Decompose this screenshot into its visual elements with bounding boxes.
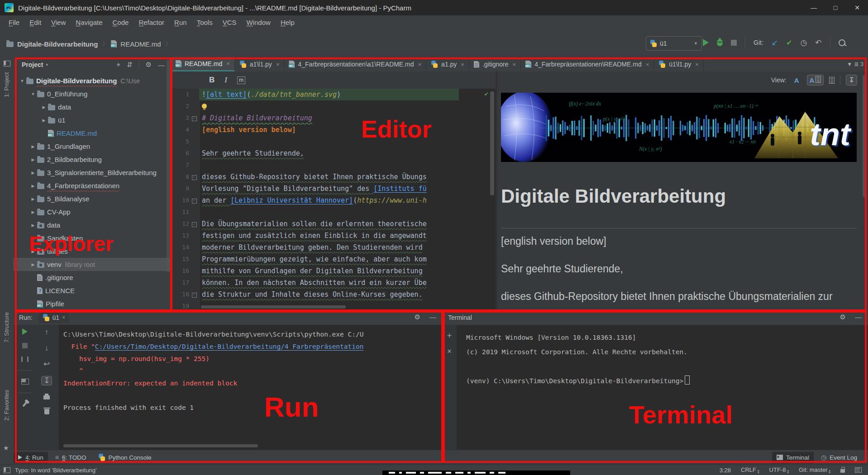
tree-collapsed-arrow[interactable]: ▶ (29, 184, 37, 188)
toolwindow-icon[interactable] (4, 61, 10, 66)
tree-item-utilities[interactable]: ▶utilities (14, 245, 171, 258)
editor-line-text[interactable] (199, 136, 202, 147)
breadcrumb-item[interactable]: Digitale-Bildverarbeitung (6, 40, 98, 48)
tree-item-5-bildanalyse[interactable]: ▶5_Bildanalyse (14, 192, 171, 205)
line-ending-selector[interactable]: CRLF▴▾ (741, 466, 759, 474)
tree-collapsed-arrow[interactable]: ▶ (29, 223, 37, 228)
close-icon[interactable]: × (646, 61, 649, 68)
hidden-tabs-indicator[interactable]: ▼≣3 (847, 57, 868, 71)
lock-icon[interactable] (840, 469, 845, 473)
run-console-output[interactable]: C:\Users\Timo\Desktop\Digitale-Bildverar… (59, 325, 443, 450)
menu-item-tools[interactable]: Tools (192, 19, 218, 26)
editor-line-text[interactable]: Sehr geehrte Studierende, (199, 147, 304, 159)
encoding-selector[interactable]: UTF-8▴▾ (769, 466, 789, 474)
close-icon[interactable]: × (461, 61, 464, 68)
intention-bulb-icon[interactable] (202, 104, 207, 109)
fold-collapse-icon[interactable]: − (192, 175, 197, 180)
tree-collapsed-arrow[interactable]: ▶ (29, 157, 37, 162)
stop-button[interactable] (731, 40, 737, 46)
tree-collapsed-arrow[interactable]: ▶ (29, 144, 37, 149)
collapse-all-button[interactable]: ⇵ (127, 61, 133, 69)
tree-item-0-einf-hrung[interactable]: ▼0_Einführung (14, 87, 171, 100)
menu-item-code[interactable]: Code (108, 19, 134, 26)
toolwindow-button-event-log[interactable]: ◷Event Log (816, 451, 862, 463)
tree-collapsed-arrow[interactable]: ▶ (29, 249, 37, 254)
editor-line-text[interactable]: # Digitale Bildverarbeitung (199, 112, 312, 124)
fold-marker[interactable]: − (189, 171, 199, 183)
editor-line-text[interactable]: dieses Github-Repository bietet Ihnen pr… (199, 171, 427, 183)
tree-collapsed-arrow[interactable]: ▶ (29, 262, 37, 267)
hide-panel-button[interactable]: — (429, 313, 436, 321)
view-editor-only-button[interactable]: A (792, 76, 801, 85)
menu-item-view[interactable]: View (46, 19, 71, 26)
fold-end-icon[interactable]: ˅ (192, 199, 197, 204)
inspections-ok-icon[interactable]: ✔ (485, 90, 488, 97)
toolwindow-button-4-run[interactable]: 4: Run (14, 452, 48, 463)
menu-item-help[interactable]: Help (276, 19, 300, 26)
editor-line-text[interactable]: Vorlesung "Digitale Bildverarbeitung" de… (199, 183, 427, 195)
tree-item-data[interactable]: ▶data (14, 100, 171, 114)
pause-output-button[interactable] (21, 356, 29, 362)
clear-all-button[interactable] (44, 409, 49, 414)
background-tasks-icon[interactable] (855, 467, 862, 473)
preview-scrollbar[interactable] (863, 75, 867, 197)
editor-line-text[interactable]: moderner Bildverarbeitung geben. Den Stu… (199, 242, 423, 253)
stripe-favorites-button[interactable]: 2: Favorites (3, 390, 10, 421)
editor-line-text[interactable]: Die Übungsmaterialien sollen die erlernt… (199, 218, 427, 230)
bold-button[interactable]: B (209, 76, 215, 85)
editor-line-text[interactable]: mithilfe von Grundlagen der Digitalen Bi… (199, 265, 423, 277)
tree-item-cv-app[interactable]: ▶CV-App (14, 205, 171, 218)
close-session-button[interactable]: ✕ (447, 348, 452, 355)
status-message[interactable]: Typo: In word 'Bildverarbeitung' (15, 467, 97, 474)
close-button[interactable]: ✕ (846, 0, 868, 15)
git-commit-button[interactable]: ✔ (786, 38, 792, 47)
breadcrumb-item[interactable]: README.md (111, 40, 161, 48)
stripe-structure-button[interactable]: 7: Structure (3, 312, 10, 342)
tree-expanded-arrow[interactable]: ▼ (29, 92, 37, 96)
toolwindow-switcher-icon[interactable] (4, 467, 10, 473)
tree-item-licence[interactable]: LICENCE (14, 284, 171, 297)
tree-expanded-arrow[interactable]: ▼ (18, 79, 26, 83)
hide-panel-button[interactable]: — (855, 313, 862, 321)
fold-marker[interactable]: ˅ (189, 195, 199, 206)
fold-end-icon[interactable]: ˅ (192, 293, 197, 298)
editor-line-text[interactable]: [english version below] (199, 124, 296, 136)
editor-tab-a1-py[interactable]: a1.py× (426, 57, 469, 71)
editor-tab-readme-md[interactable]: README.md× (171, 57, 235, 71)
view-split-button[interactable]: A (807, 75, 824, 86)
tree-collapsed-arrow[interactable]: ▶ (40, 118, 48, 123)
fold-collapse-icon[interactable]: − (192, 222, 197, 227)
locate-file-button[interactable]: ⌖ (117, 61, 120, 69)
view-preview-only-button[interactable] (829, 77, 835, 84)
tree-item-1-grundlagen[interactable]: ▶1_Grundlagen (14, 140, 171, 153)
stop-button[interactable] (22, 343, 28, 348)
editor-tab--gitignore[interactable]: .gitignore× (469, 57, 521, 71)
editor-line-text[interactable]: festigen und zusätzlich einen Einblick i… (199, 230, 427, 242)
toolwindow-button-terminal[interactable]: Terminal (772, 452, 814, 463)
editor-tab--1-l1-py[interactable]: ü1\l1.py× (654, 57, 704, 71)
close-icon[interactable]: × (695, 61, 699, 68)
menu-item-refactor[interactable]: Refactor (134, 19, 169, 26)
minimize-button[interactable]: — (803, 0, 825, 15)
close-icon[interactable]: × (226, 60, 230, 67)
editor-tab-4-farbrepr-sentationen-readme-md[interactable]: 4_Farbrepräsentationen\README.md× (521, 57, 654, 71)
tree-item-readme-md[interactable]: README.md (14, 127, 171, 140)
editor-line-text[interactable] (199, 206, 202, 218)
project-panel-title[interactable]: Project (22, 61, 43, 68)
run-tab-ü1[interactable]: ü1 × (39, 312, 69, 323)
editor-vertical-scrollbar[interactable] (490, 91, 494, 195)
tree-item-pipfile[interactable]: Pipfile (14, 297, 171, 310)
tree-item--1[interactable]: ▶ü1 (14, 114, 171, 127)
gear-icon[interactable]: ⚙ (840, 313, 846, 321)
down-stacktrace-button[interactable]: ↓ (45, 344, 49, 352)
tree-collapsed-arrow[interactable]: ▶ (40, 105, 48, 109)
menu-item-navigate[interactable]: Navigate (71, 19, 107, 26)
tree-item-data[interactable]: ▶data (14, 218, 171, 232)
run-button[interactable] (703, 39, 709, 46)
editor-line-text[interactable]: die Struktur und Inhalte dieses Online-K… (199, 289, 423, 300)
git-history-button[interactable]: ◷ (800, 38, 807, 48)
editor[interactable]: 1![alt text](./data/tnt_banner.svg)23−# … (171, 89, 496, 310)
close-icon[interactable]: × (513, 61, 516, 68)
tree-item-venv[interactable]: ▶venvlibrary root (14, 258, 171, 271)
hide-panel-button[interactable]: — (158, 61, 165, 69)
